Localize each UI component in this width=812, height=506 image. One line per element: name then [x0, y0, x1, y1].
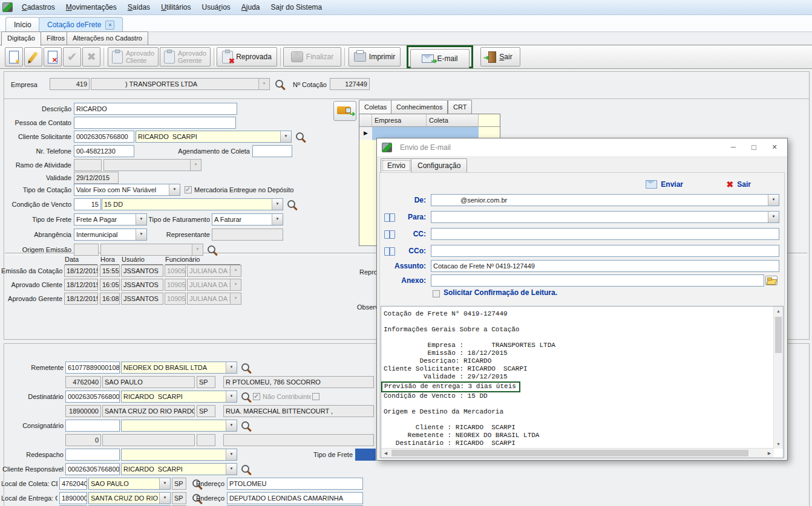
chevron-down-icon[interactable] — [768, 195, 779, 206]
enviar-button[interactable]: Enviar — [646, 178, 683, 190]
tipo-faturamento-combo[interactable]: A Faturar — [212, 213, 283, 225]
consignatario-uf-field[interactable] — [197, 434, 215, 446]
chevron-down-icon[interactable] — [169, 184, 180, 195]
scroll-left-icon[interactable] — [381, 449, 390, 458]
chevron-down-icon[interactable] — [226, 449, 237, 460]
empresa-search-icon[interactable] — [275, 80, 283, 88]
consignatario-address-field[interactable] — [223, 434, 374, 446]
consignatario-search-icon[interactable] — [241, 421, 249, 429]
destinatario-code-field[interactable]: 00026305766800 — [65, 391, 120, 403]
chevron-down-icon[interactable] — [258, 79, 269, 89]
emissao-data-field[interactable]: 18/12/2015 — [64, 265, 98, 277]
origem-emissao-search-icon[interactable] — [208, 245, 215, 253]
maximize-icon[interactable] — [744, 138, 764, 156]
validade-field[interactable]: 29/12/2015 — [74, 172, 119, 184]
remetente-city-field[interactable]: SAO PAULO — [102, 376, 195, 388]
redespacho-combo[interactable] — [121, 449, 237, 461]
aprovado-gerente-func-combo[interactable]: JULIANA DA SILVA S — [187, 293, 241, 305]
ramo-code-field[interactable] — [74, 159, 102, 171]
remetente-code-field[interactable]: 61077889000108 — [65, 362, 120, 374]
remetente-search-icon[interactable] — [241, 363, 249, 371]
scroll-down-icon[interactable] — [774, 440, 783, 449]
destinatario-address-field[interactable]: RUA. MARECHAL BITTENCOURT , — [223, 405, 374, 417]
local-entrega-endereco-field[interactable]: DEPUTADO LEONIDAS CAMARINHA — [227, 492, 363, 504]
destinatario-search-icon[interactable] — [241, 392, 249, 400]
aprovado-cliente-hora-field[interactable]: 16:05 — [100, 279, 120, 291]
menu-cadastros[interactable]: Cadastros — [16, 0, 61, 15]
horizontal-scrollbar[interactable] — [381, 448, 774, 458]
chevron-down-icon[interactable] — [768, 212, 779, 222]
aprovado-gerente-data-field[interactable]: 18/12/2015 — [64, 293, 98, 305]
tab-digitacao[interactable]: Digitação — [1, 31, 41, 46]
cliente-solicitante-code-field[interactable]: 00026305766800 — [74, 131, 134, 143]
remetente-combo[interactable]: NEOREX DO BRASIL LTDA — [121, 362, 237, 374]
tab-alteracoes-no-cadastro[interactable]: Alterações no Cadastro — [67, 31, 148, 45]
new-record-button[interactable] — [5, 47, 23, 66]
pessoa-contato-field[interactable] — [74, 117, 236, 129]
consignatario-combo[interactable] — [121, 420, 237, 432]
remetente-address-field[interactable]: R PTOLOMEU, 786 SOCORRO — [223, 376, 374, 388]
chevron-down-icon[interactable] — [272, 199, 283, 210]
chevron-down-icon[interactable] — [226, 362, 237, 373]
menu-movimentacoes[interactable]: Movimentações — [61, 0, 122, 15]
assunto-field[interactable]: Cotacao de Frete Nº 0419-127449 — [431, 260, 779, 272]
truck-button[interactable] — [333, 101, 356, 121]
condicao-vencto-search-icon[interactable] — [287, 200, 295, 208]
chevron-down-icon[interactable] — [230, 293, 241, 304]
local-entrega-cep-field[interactable]: 18900000 — [59, 492, 87, 504]
origem-emissao-combo[interactable] — [100, 244, 203, 256]
emissao-func-combo[interactable]: JULIANA DA SILVA S — [187, 265, 241, 277]
consignatario-code-field[interactable] — [65, 420, 120, 432]
sair-button[interactable]: Sair — [480, 47, 520, 66]
menu-sair-do-sistema[interactable]: Sair do Sistema — [266, 0, 328, 15]
aprovado-cliente-button[interactable]: AprovadoCliente — [108, 47, 159, 66]
aprovado-cliente-data-field[interactable]: 18/12/2015 — [64, 279, 98, 291]
tab-coletas[interactable]: Coletas — [359, 100, 392, 114]
tab-conhecimentos[interactable]: Conhecimentos — [391, 100, 448, 114]
chevron-down-icon[interactable] — [280, 131, 291, 142]
scroll-right-icon[interactable] — [765, 449, 774, 458]
destinatario-combo[interactable]: RICARDO SCARPI — [121, 391, 237, 403]
chevron-down-icon[interactable] — [226, 464, 237, 475]
address-book-icon[interactable] — [384, 230, 395, 239]
para-field[interactable] — [431, 211, 779, 223]
partial-checkbox[interactable] — [312, 393, 319, 400]
cc-field[interactable] — [431, 228, 779, 240]
menu-usuarios[interactable]: Usuários — [196, 0, 235, 15]
abrangencia-combo[interactable]: Intermunicipal — [74, 229, 147, 241]
anexo-field[interactable] — [431, 274, 764, 287]
tipo-cotacao-combo[interactable]: Valor Fixo com NF Variável — [74, 184, 180, 196]
local-coleta-city-combo[interactable]: SAO PAULO — [88, 478, 171, 490]
confirmacao-leitura-checkbox[interactable] — [433, 290, 440, 297]
descricao-field[interactable]: RICARDO — [74, 103, 237, 115]
menu-ajuda[interactable]: Ajuda — [236, 0, 266, 15]
nao-contribuinte-checkbox[interactable] — [253, 393, 260, 400]
redespacho-code-field[interactable] — [65, 449, 120, 461]
reprovada-button[interactable]: Reprovada — [217, 47, 277, 66]
cliente-solicitante-search-icon[interactable] — [296, 132, 304, 140]
aprovado-cliente-func-combo[interactable]: JULIANA DA SILVA S — [187, 279, 241, 291]
aprovado-gerente-button[interactable]: AprovadoGerente — [160, 47, 211, 66]
address-book-icon[interactable] — [384, 213, 395, 222]
vertical-scrollbar[interactable] — [773, 307, 783, 449]
telefone-field[interactable]: 00-45821230 — [74, 145, 134, 157]
de-field[interactable]: @senior.com.br — [431, 194, 779, 206]
agendamento-field[interactable] — [252, 145, 292, 157]
dialog-title-bar[interactable]: Envio de E-mail — [377, 138, 787, 157]
mercadoria-deposito-checkbox[interactable] — [185, 186, 192, 193]
tab-crt[interactable]: CRT — [448, 100, 472, 114]
dialog-tab-envio[interactable]: Envio — [381, 158, 412, 173]
delete-record-button[interactable] — [44, 47, 62, 66]
menu-utilitarios[interactable]: Utilitários — [156, 0, 196, 15]
attach-folder-icon[interactable] — [765, 276, 778, 285]
destinatario-cep-field[interactable]: 18900000 — [65, 405, 101, 417]
remetente-cep-field[interactable]: 4762040 — [65, 376, 101, 388]
chevron-down-icon[interactable] — [230, 279, 241, 290]
condicao-vencto-code-field[interactable]: 15 — [74, 198, 101, 210]
aprovado-gerente-usuario-field[interactable]: JSSANTOS — [121, 293, 163, 305]
chevron-down-icon[interactable] — [159, 493, 170, 504]
destinatario-city-field[interactable]: SANTA CRUZ DO RIO PARDO — [102, 405, 195, 417]
email-button[interactable]: E-mail — [410, 49, 470, 68]
imprimir-button[interactable]: Imprimir — [349, 47, 401, 66]
tab-inicio[interactable]: Início — [5, 17, 40, 32]
